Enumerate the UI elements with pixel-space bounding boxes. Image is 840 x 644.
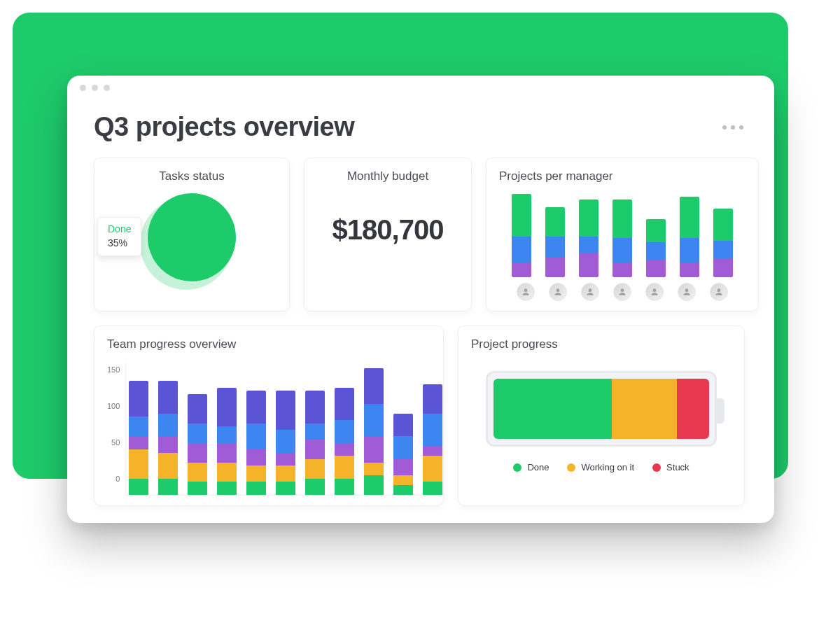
bar-segment [612,200,632,237]
bar-column [335,388,354,495]
avatar[interactable] [710,283,728,301]
more-options-button[interactable] [718,121,748,134]
svg-point-6 [718,288,721,292]
bar-segment [129,479,148,495]
bar-segment [579,200,598,236]
bar-segment [423,414,442,447]
bar-segment [364,463,384,476]
bar-segment [276,465,295,482]
avatar[interactable] [581,283,599,301]
bar-segment [158,436,178,452]
card-project-progress[interactable]: Project progress DoneWorking on itStuck [458,326,745,506]
bar-segment [512,194,531,237]
bar-segment [335,443,354,456]
bar-segment [393,475,413,485]
bar-segment [129,449,148,479]
bar-segment [713,241,733,258]
svg-point-5 [685,288,689,292]
bar-segment [364,404,384,437]
manager-avatars [499,283,746,301]
bar-segment [217,426,237,442]
bar-column [423,384,442,495]
card-monthly-budget[interactable]: Monthly budget $180,700 [304,158,472,312]
bar-segment [423,482,442,495]
person-icon [714,287,724,297]
bar-column [364,368,384,495]
person-icon [650,287,659,297]
legend-item: Stuck [652,462,690,472]
card-team-progress[interactable]: Team progress overview 150 100 50 0 [94,326,444,506]
bar-segment [335,420,354,443]
page-title: Q3 projects overview [94,112,354,142]
traffic-light-dot [92,85,98,91]
card-title: Team progress overview [107,337,430,351]
y-tick: 100 [107,402,120,410]
ellipsis-dot-icon [722,125,727,130]
avatar[interactable] [645,283,664,301]
person-icon [617,287,627,297]
bar-column [246,391,266,495]
stacked-bars [125,363,445,496]
traffic-light-dot [104,85,110,91]
bar-segment [246,482,266,495]
svg-point-1 [556,288,560,292]
bar-segment [217,443,237,463]
bar-segment [423,446,442,456]
bar-segment [188,463,207,482]
bar-segment [129,381,148,416]
bar-segment [713,209,733,241]
bar-column [276,391,295,495]
bar-segment [612,262,632,277]
bar-segment [512,237,531,263]
avatar[interactable] [678,283,696,301]
bar-segment [646,242,666,260]
avatar[interactable] [613,283,631,301]
legend: DoneWorking on itStuck [471,462,732,472]
bar-segment [305,391,325,424]
ellipsis-dot-icon [739,125,743,130]
battery-progress [486,371,717,447]
bar-segment [305,424,325,440]
bar-segment [276,391,295,430]
bar-segment [612,238,632,262]
card-projects-per-manager[interactable]: Projects per manager [486,158,759,312]
person-icon [553,287,563,297]
card-title: Tasks status [107,169,276,183]
bar-column [393,414,413,495]
bar-segment [545,207,565,237]
bar-segment [680,197,699,237]
person-icon [682,287,692,297]
card-tasks-status[interactable]: Tasks status Done 35% [94,158,290,312]
battery-segment [677,379,709,439]
board-header: Q3 projects overview [67,99,774,158]
bar-segment [305,440,325,459]
svg-point-2 [589,288,592,292]
bar-segment [158,414,178,437]
budget-value: $180,700 [317,214,458,246]
svg-point-0 [524,288,528,292]
bar-segment [276,482,295,495]
bar-column [512,194,531,277]
stacked-bars [499,193,746,277]
avatar[interactable] [549,283,567,301]
traffic-light-dot [80,85,86,91]
bar-segment [393,436,413,459]
avatar[interactable] [517,283,535,301]
bar-segment [158,453,178,479]
bar-segment [393,414,413,437]
pie-slices [148,193,236,281]
bar-segment [393,459,413,475]
bar-segment [423,456,442,482]
card-title: Project progress [471,337,732,351]
window-titlebar [67,76,774,99]
bar-column [612,200,632,277]
pie-tooltip: Done 35% [97,217,141,256]
battery-segment [612,379,676,439]
card-title: Projects per manager [499,169,746,183]
bar-segment [680,262,699,277]
y-axis: 150 100 50 0 [107,363,125,496]
bar-segment [364,475,384,495]
bar-segment [276,430,295,453]
bar-segment [188,424,207,443]
bar-segment [305,479,325,495]
